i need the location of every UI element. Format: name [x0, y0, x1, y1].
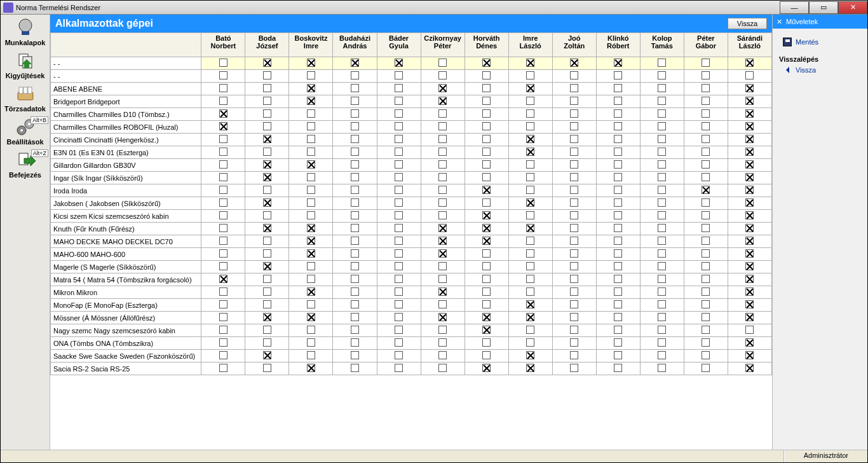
checkbox[interactable] — [658, 313, 666, 321]
checkbox[interactable] — [482, 262, 491, 270]
grid-cell[interactable] — [552, 121, 596, 134]
row-label[interactable]: - - — [51, 57, 201, 70]
grid-cell[interactable] — [245, 83, 289, 95]
grid-cell[interactable] — [333, 261, 377, 273]
grid-cell[interactable] — [377, 286, 421, 299]
checkbox[interactable] — [702, 186, 710, 194]
checkbox[interactable] — [702, 275, 710, 283]
checkbox[interactable] — [614, 122, 622, 130]
checkbox[interactable] — [614, 160, 622, 169]
grid-cell[interactable] — [728, 95, 771, 108]
grid-cell[interactable] — [552, 363, 596, 375]
window-close-button[interactable]: ✕ — [838, 1, 867, 14]
grid-cell[interactable] — [465, 223, 508, 235]
checkbox[interactable] — [482, 109, 491, 118]
grid-cell[interactable] — [465, 363, 508, 375]
checkbox[interactable] — [395, 84, 403, 92]
checkbox[interactable] — [482, 97, 491, 105]
checkbox[interactable] — [438, 186, 447, 194]
checkbox[interactable] — [526, 148, 534, 156]
grid-cell[interactable] — [728, 286, 771, 299]
grid-cell[interactable] — [684, 235, 728, 248]
checkbox[interactable] — [658, 351, 666, 359]
checkbox[interactable] — [526, 224, 534, 232]
grid-cell[interactable] — [640, 95, 684, 108]
checkbox[interactable] — [526, 237, 534, 245]
checkbox[interactable] — [745, 338, 754, 347]
grid-cell[interactable] — [552, 108, 596, 121]
grid-cell[interactable] — [596, 57, 640, 70]
checkbox[interactable] — [219, 84, 227, 92]
row-label[interactable]: Saacke Swe Saacke Sweden (Fazonköszörű) — [51, 350, 201, 363]
column-header[interactable]: PéterGábor — [684, 33, 728, 57]
checkbox[interactable] — [658, 338, 666, 347]
checkbox[interactable] — [745, 173, 754, 181]
grid-cell[interactable] — [596, 350, 640, 363]
row-label[interactable]: Charmilles Charmilles ROBOFIL (Huzal) — [51, 121, 201, 134]
grid-cell[interactable] — [465, 83, 508, 95]
checkbox[interactable] — [395, 173, 403, 181]
column-header[interactable]: KlinkóRóbert — [596, 33, 640, 57]
checkbox[interactable] — [219, 198, 227, 207]
grid-cell[interactable] — [508, 350, 552, 363]
row-label[interactable]: MAHO-600 MAHO-600 — [51, 248, 201, 261]
grid-cell[interactable] — [684, 363, 728, 375]
row-label[interactable]: Jakobsen ( Jakobsen (Síkköszörű) — [51, 197, 201, 210]
grid-cell[interactable] — [245, 121, 289, 134]
grid-cell[interactable] — [201, 95, 245, 108]
checkbox[interactable] — [482, 287, 491, 296]
grid-cell[interactable] — [289, 337, 333, 350]
grid-cell[interactable] — [333, 108, 377, 121]
grid-cell[interactable] — [596, 146, 640, 159]
checkbox[interactable] — [351, 135, 359, 143]
checkbox[interactable] — [438, 148, 447, 156]
checkbox[interactable] — [745, 300, 754, 308]
column-header[interactable]: BodaJózsef — [245, 33, 289, 57]
grid-cell[interactable] — [552, 83, 596, 95]
checkbox[interactable] — [482, 148, 491, 156]
grid-cell[interactable] — [333, 286, 377, 299]
checkbox[interactable] — [395, 313, 403, 321]
checkbox[interactable] — [438, 97, 447, 105]
panel-close-icon[interactable]: ✕ — [776, 18, 782, 26]
grid-cell[interactable] — [552, 248, 596, 261]
grid-cell[interactable] — [245, 363, 289, 375]
grid-cell[interactable] — [289, 70, 333, 83]
checkbox[interactable] — [702, 249, 710, 258]
checkbox[interactable] — [219, 364, 227, 372]
grid-cell[interactable] — [552, 57, 596, 70]
grid-cell[interactable] — [640, 159, 684, 172]
grid-cell[interactable] — [552, 299, 596, 312]
checkbox[interactable] — [395, 211, 403, 219]
grid-cell[interactable] — [333, 324, 377, 337]
grid-cell[interactable] — [596, 261, 640, 273]
grid-cell[interactable] — [377, 184, 421, 197]
grid-cell[interactable] — [245, 184, 289, 197]
checkbox[interactable] — [570, 135, 578, 143]
checkbox[interactable] — [351, 300, 359, 308]
grid-cell[interactable] — [421, 286, 465, 299]
grid-cell[interactable] — [596, 210, 640, 223]
grid-cell[interactable] — [201, 134, 245, 146]
checkbox[interactable] — [438, 84, 447, 92]
grid-cell[interactable] — [289, 197, 333, 210]
grid-cell[interactable] — [201, 312, 245, 324]
grid-cell[interactable] — [596, 184, 640, 197]
checkbox[interactable] — [658, 186, 666, 194]
checkbox[interactable] — [263, 148, 271, 156]
checkbox[interactable] — [438, 249, 447, 258]
checkbox[interactable] — [395, 97, 403, 105]
grid-cell[interactable] — [201, 350, 245, 363]
checkbox[interactable] — [702, 71, 710, 79]
grid-cell[interactable] — [421, 223, 465, 235]
checkbox[interactable] — [526, 71, 534, 79]
grid-cell[interactable] — [465, 286, 508, 299]
checkbox[interactable] — [307, 300, 315, 308]
grid-cell[interactable] — [333, 70, 377, 83]
grid-cell[interactable] — [465, 324, 508, 337]
column-header[interactable]: CzikornyayPéter — [421, 33, 465, 57]
grid-cell[interactable] — [465, 337, 508, 350]
grid-cell[interactable] — [596, 248, 640, 261]
checkbox[interactable] — [482, 211, 491, 219]
grid-cell[interactable] — [333, 337, 377, 350]
